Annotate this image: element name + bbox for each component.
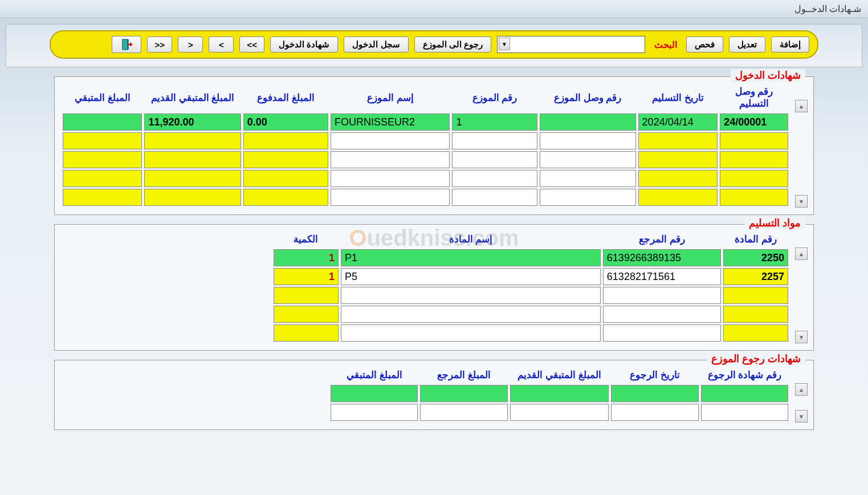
col-header: رقم وصل الموزع [540,83,636,112]
panel-title: شهادات رجوع الموزع [707,352,805,365]
col-header: رقم المادة [723,231,788,248]
table-row[interactable] [63,170,788,187]
table-row[interactable] [63,189,788,206]
cell[interactable]: P5 [341,268,601,285]
main-toolbar: إضافة تعديل فحص البحث ▼ رجوع الى الموزع … [50,30,818,59]
cell[interactable]: 2024/04/14 [638,113,718,131]
scrollbar[interactable]: ▲ ▼ [794,365,808,423]
cell[interactable]: 613282171561 [603,268,721,285]
cell[interactable]: 0.00 [243,113,328,131]
col-header: تاريخ الرجوع [611,367,698,383]
cell[interactable]: P1 [341,249,601,266]
col-header: المبلغ المتبقي القديم [510,367,609,383]
scroll-down-icon[interactable]: ▼ [795,410,808,423]
delivery-items-panel: مواد التسليم رقم المادة رقم المرجع إسم ا… [54,224,814,351]
entry-certs-table: رقم وصل التسليم تاريخ التسليم رقم وصل ال… [60,82,790,208]
content-area: شهادات الدخول رقم وصل التسليم تاريخ التس… [0,76,868,436]
col-header: المبلغ المرجع [420,367,507,383]
supplier-return-table: رقم شهادة الرجوع تاريخ الرجوع المبلغ الم… [328,365,790,423]
search-combo[interactable]: ▼ [497,36,645,53]
cell[interactable] [63,113,142,131]
table-row[interactable] [274,306,788,323]
cell[interactable]: 6139266389135 [603,249,721,266]
nav-last-button[interactable]: >> [147,36,172,52]
toolbar-frame: إضافة تعديل فحص البحث ▼ رجوع الى الموزع … [6,24,862,67]
table-row[interactable] [63,151,788,168]
entry-log-button[interactable]: سجل الدخول [344,36,408,52]
col-header: تاريخ التسليم [638,83,718,112]
cell[interactable]: 24/00001 [720,113,788,131]
cell[interactable]: 11,920.00 [144,113,241,131]
table-row[interactable]: 24/00001 2024/04/14 1 FOURNISSEUR2 0.00 … [63,113,788,131]
window-title: شـهادات الدخــول [0,0,868,18]
col-header: المبلغ المدفوع [243,83,328,112]
search-input[interactable] [512,38,642,50]
col-header: المبلغ المتبقي القديم [144,83,241,112]
nav-first-button[interactable]: << [239,36,264,52]
scrollbar[interactable]: ▲ ▼ [794,229,808,343]
col-header: المبلغ المتبقي [63,83,142,112]
cell[interactable]: 1 [274,268,339,285]
table-row[interactable]: 2250 6139266389135 P1 1 [274,249,788,266]
scroll-up-icon[interactable]: ▲ [795,383,808,396]
search-label: البحث [651,39,680,50]
delivery-items-table: رقم المادة رقم المرجع إسم المادة الكمية … [271,229,790,343]
panel-title: مواد التسليم [744,217,805,229]
col-header: رقم شهادة الرجوع [701,367,788,383]
check-button[interactable]: فحص [686,36,723,52]
scroll-down-icon[interactable]: ▼ [795,331,808,343]
cell[interactable]: 2257 [723,268,788,285]
table-row[interactable]: 2257 613282171561 P5 1 [274,268,788,285]
cell[interactable]: 2250 [723,249,788,266]
cell[interactable]: FOURNISSEUR2 [331,113,450,131]
col-header: إسم الموزع [331,83,450,112]
door-exit-icon [120,38,133,51]
edit-button[interactable]: تعديل [729,36,765,52]
col-header: رقم المرجع [603,231,721,248]
nav-next-button[interactable]: > [178,36,203,52]
scroll-up-icon[interactable]: ▲ [795,100,808,112]
cell[interactable]: 1 [274,249,339,266]
entry-certs-panel: شهادات الدخول رقم وصل التسليم تاريخ التس… [54,76,814,215]
cell[interactable]: 1 [452,113,537,131]
table-row[interactable] [63,132,788,149]
scrollbar[interactable]: ▲ ▼ [794,82,808,208]
col-header: الكمية [274,231,339,248]
table-row[interactable] [274,324,788,342]
panel-title: شهادات الدخول [731,69,805,82]
nav-prev-button[interactable]: < [209,36,234,52]
supplier-return-panel: شهادات رجوع الموزع رقم شهادة الرجوع تاري… [54,360,814,430]
col-header: رقم وصل التسليم [720,83,788,112]
col-header: المبلغ المتبقي [331,367,418,383]
cell[interactable] [540,113,636,131]
entry-cert-button[interactable]: شهادة الدخول [270,36,338,52]
table-row[interactable] [274,287,788,304]
col-header: رقم الموزع [452,83,537,112]
table-row[interactable] [331,404,788,421]
table-row[interactable] [331,385,788,402]
scroll-up-icon[interactable]: ▲ [795,248,808,260]
add-button[interactable]: إضافة [771,36,809,52]
exit-button[interactable] [112,36,141,53]
scroll-down-icon[interactable]: ▼ [795,195,808,208]
dropdown-arrow-icon[interactable]: ▼ [499,38,510,50]
return-supplier-button[interactable]: رجوع الى الموزع [414,36,491,52]
svg-rect-0 [123,39,128,50]
col-header: إسم المادة [341,231,601,248]
